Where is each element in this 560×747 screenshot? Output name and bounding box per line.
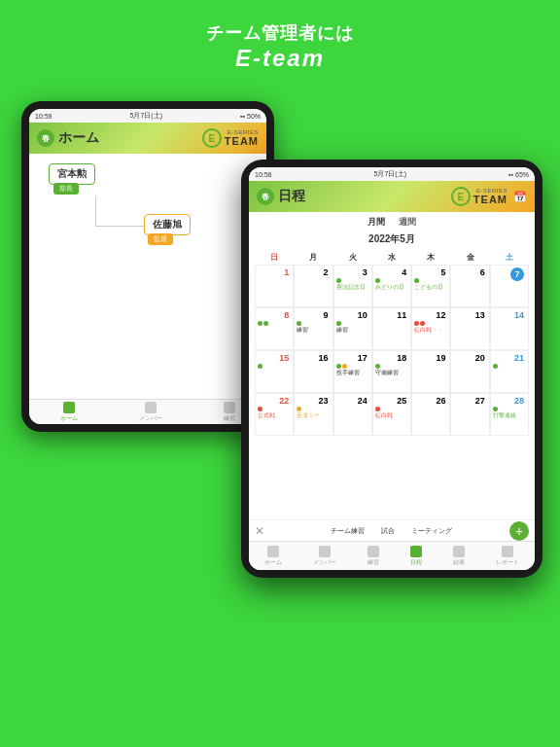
back-status-date: 5月7日(土) bbox=[130, 111, 162, 121]
cal-cell-17[interactable]: 17 投手練習 bbox=[333, 350, 372, 393]
cal-cell-27[interactable]: 27 bbox=[450, 393, 489, 436]
cal-cell-18[interactable]: 18 守備練習 bbox=[372, 350, 411, 393]
front-home-icon bbox=[267, 546, 279, 557]
day-header-tue: 火 bbox=[333, 250, 372, 265]
header-line2: E-team bbox=[0, 45, 560, 72]
legend-items: チーム練習 試合 ミーティング bbox=[322, 526, 452, 536]
cal-cell-24[interactable]: 24 bbox=[333, 393, 372, 436]
back-eteam-logo: E-SERIES TEAM bbox=[225, 129, 259, 147]
cal-cell-1[interactable]: 1 bbox=[255, 265, 294, 307]
app-header-section: チーム管理者には E-team bbox=[0, 0, 560, 82]
back-status-icons: ▪▪ 50% bbox=[240, 113, 261, 120]
cal-cell-21[interactable]: 21 bbox=[490, 350, 529, 393]
weekly-toggle[interactable]: 週間 bbox=[399, 216, 416, 229]
back-tab-home-label: ホーム bbox=[60, 414, 78, 423]
back-tab-practice-label: 練習 bbox=[224, 414, 235, 423]
front-tab-report[interactable]: レポート bbox=[496, 546, 519, 567]
back-tablet-screen: 10:59 5月7日(土) ▪▪ 50% 春 ホーム E E-SERIES TE… bbox=[29, 109, 266, 424]
legend-match: 試合 bbox=[372, 526, 395, 536]
front-header-left: 春 日程 bbox=[257, 188, 305, 205]
tablets-container: 10:59 5月7日(土) ▪▪ 50% 春 ホーム E E-SERIES TE… bbox=[0, 82, 560, 743]
cal-cell-9[interactable]: 9 練習 bbox=[294, 307, 332, 350]
cal-cell-16[interactable]: 16 bbox=[294, 350, 332, 393]
day-header-fri: 金 bbox=[450, 250, 489, 265]
cal-cell-12[interactable]: 12 紅白戦・・ bbox=[411, 307, 450, 350]
header-line1: チーム管理者には bbox=[0, 21, 560, 45]
front-tablet-screen: 10:58 5月7日(土) ▪▪ 65% 春 日程 E E-SERIES TEA… bbox=[249, 167, 535, 570]
front-status-icons: ▪▪ 65% bbox=[508, 171, 529, 178]
cal-cell-10[interactable]: 10 練習 bbox=[333, 307, 372, 350]
back-header-left: 春 ホーム bbox=[37, 129, 99, 147]
back-status-time: 10:59 bbox=[35, 113, 52, 120]
cal-cell-8[interactable]: 8 bbox=[255, 307, 294, 350]
org-line-v bbox=[95, 196, 96, 226]
cal-cell-28[interactable]: 28 打撃連絡 bbox=[490, 393, 529, 436]
front-tab-practice[interactable]: 練習 bbox=[368, 546, 379, 567]
close-icon[interactable]: ✕ bbox=[255, 524, 264, 538]
day-header-sat: 土 bbox=[490, 250, 529, 265]
cal-cell-20[interactable]: 20 bbox=[450, 350, 489, 393]
monthly-toggle[interactable]: 月間 bbox=[368, 216, 385, 229]
back-header-right: E E-SERIES TEAM bbox=[202, 128, 259, 148]
legend-meeting: ミーティング bbox=[402, 526, 452, 536]
cal-cell-6[interactable]: 6 bbox=[450, 265, 489, 307]
cal-cell-23[interactable]: 23 反省ミー bbox=[294, 393, 332, 436]
front-header-right: E E-SERIES TEAM 📅 bbox=[451, 187, 527, 206]
cal-cell-14[interactable]: 14 bbox=[490, 307, 529, 350]
cal-cell-5[interactable]: 5 こどもの日 bbox=[411, 265, 450, 307]
home-icon bbox=[63, 402, 75, 413]
cal-cell-7[interactable]: 7 bbox=[490, 265, 529, 307]
front-status-time: 10:58 bbox=[255, 171, 272, 178]
front-eteam-bottom: TEAM bbox=[473, 194, 508, 205]
front-tab-schedule[interactable]: 日程 bbox=[410, 546, 422, 567]
front-tab-home[interactable]: ホーム bbox=[264, 546, 282, 567]
front-schedule-icon bbox=[410, 546, 422, 557]
day-header-wed: 水 bbox=[372, 250, 411, 265]
view-toggle: 月間 週間 bbox=[255, 216, 529, 229]
cal-cell-11[interactable]: 11 bbox=[372, 307, 411, 350]
legend-practice: チーム練習 bbox=[322, 526, 365, 536]
cal-cell-15[interactable]: 15 bbox=[255, 350, 294, 393]
front-member-icon bbox=[319, 546, 331, 557]
back-tab-practice[interactable]: 練習 bbox=[224, 402, 235, 423]
add-event-button[interactable]: + bbox=[509, 521, 529, 541]
org-person1: 宮本勲 bbox=[49, 163, 95, 185]
cal-cell-19[interactable]: 19 bbox=[411, 350, 450, 393]
back-app-title: ホーム bbox=[58, 129, 99, 147]
calendar-icon: 📅 bbox=[513, 191, 527, 203]
calendar-month-title: 2022年5月 bbox=[255, 232, 529, 246]
cal-cell-22[interactable]: 22 公式戦 bbox=[255, 393, 294, 436]
org-person1-role: 部長 bbox=[53, 183, 79, 195]
cal-cell-13[interactable]: 13 bbox=[450, 307, 489, 350]
day-header-sun: 日 bbox=[255, 250, 294, 265]
org-person2: 佐藤旭 bbox=[144, 214, 191, 235]
front-result-icon bbox=[453, 546, 465, 557]
front-app-header: 春 日程 E E-SERIES TEAM 📅 bbox=[249, 181, 535, 212]
front-tab-result[interactable]: 結果 bbox=[453, 546, 465, 567]
front-app-title: 日程 bbox=[278, 188, 305, 205]
cal-cell-4[interactable]: 4 みどりの日 bbox=[372, 265, 411, 307]
calendar-grid: 日 月 火 水 木 金 土 1 2 3 bbox=[255, 250, 529, 436]
day-header-thu: 木 bbox=[411, 250, 450, 265]
calendar-area: 月間 週間 2022年5月 日 月 火 水 木 金 土 1 bbox=[249, 212, 535, 519]
front-status-bar: 10:58 5月7日(土) ▪▪ 65% bbox=[249, 167, 535, 181]
cal-cell-26[interactable]: 26 bbox=[411, 393, 450, 436]
back-eteam-e-icon: E bbox=[202, 128, 222, 148]
front-eteam-logo: E-SERIES TEAM bbox=[473, 188, 508, 205]
back-tab-member-label: メンバー bbox=[139, 414, 162, 423]
back-app-icon: 春 bbox=[37, 129, 54, 147]
cal-cell-3[interactable]: 3 憲法記念日 bbox=[333, 265, 372, 307]
org-person2-role: 監督 bbox=[148, 233, 173, 245]
back-status-bar: 10:59 5月7日(土) ▪▪ 50% bbox=[29, 109, 266, 123]
back-tab-home[interactable]: ホーム bbox=[60, 402, 78, 423]
cal-cell-2[interactable]: 2 bbox=[294, 265, 332, 307]
back-tab-bar: ホーム メンバー 練習 bbox=[29, 399, 266, 424]
back-tab-member[interactable]: メンバー bbox=[139, 402, 162, 423]
front-report-icon bbox=[502, 546, 513, 557]
org-chart-area: 宮本勲 部長 佐藤旭 監督 bbox=[29, 154, 266, 399]
front-tab-member[interactable]: メンバー bbox=[313, 546, 336, 567]
day-header-mon: 月 bbox=[294, 250, 332, 265]
back-app-header: 春 ホーム E E-SERIES TEAM bbox=[29, 123, 266, 154]
cal-cell-25[interactable]: 25 紅白戦 bbox=[372, 393, 411, 436]
front-eteam-e-icon: E bbox=[451, 187, 471, 206]
